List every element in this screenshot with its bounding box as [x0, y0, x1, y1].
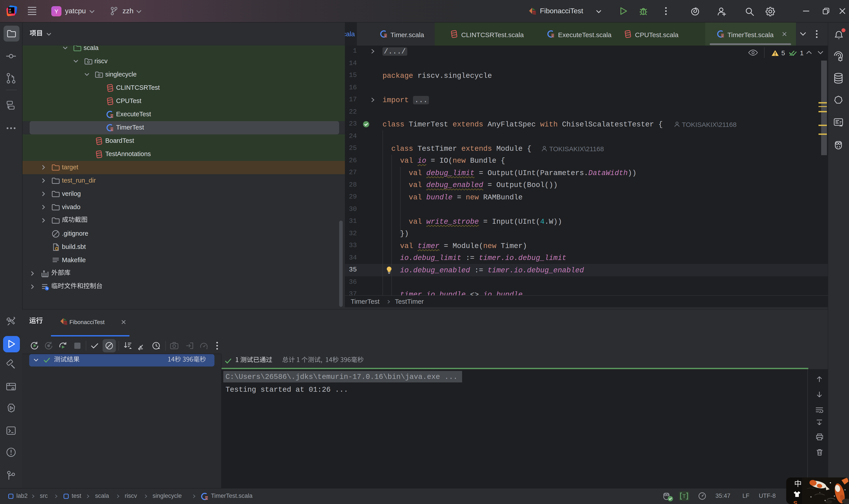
svg-text:T: T [683, 493, 686, 499]
svg-text:IJ: IJ [9, 8, 11, 11]
svg-text:Y: Y [54, 8, 58, 15]
